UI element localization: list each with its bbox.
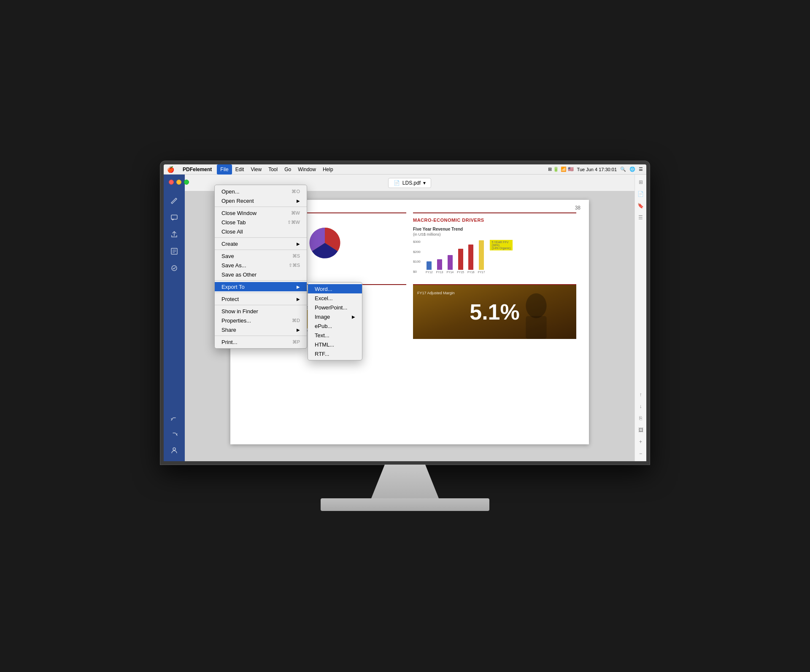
menu-save-as-label: Save As...	[221, 262, 246, 269]
close-button[interactable]	[169, 180, 174, 185]
right-image-icon[interactable]: 🖼	[637, 426, 645, 434]
menu-properties-shortcut: ⌘D	[292, 318, 300, 323]
menu-properties[interactable]: Properties... ⌘D	[215, 316, 307, 325]
menu-share-arrow: ▶	[297, 328, 300, 332]
sep-4	[215, 280, 307, 281]
menubar-menu-icon[interactable]: ☰	[639, 167, 643, 172]
maximize-button[interactable]	[184, 180, 189, 185]
ffv-legend: 5 YEAR FFV(38%)(14% Organic)	[490, 240, 512, 250]
menu-save[interactable]: Save ⌘S	[215, 251, 307, 261]
sidebar-undo-icon[interactable]	[167, 412, 182, 427]
submenu-rtf[interactable]: RTF...	[308, 349, 362, 358]
bar-fy15-value	[458, 249, 463, 270]
sidebar-comment-icon[interactable]	[167, 210, 182, 225]
submenu-html[interactable]: HTML...	[308, 340, 362, 349]
menu-protect-arrow: ▶	[297, 297, 300, 301]
menu-create[interactable]: Create ▶	[215, 239, 307, 248]
sep-7	[215, 336, 307, 336]
submenu-html-label: HTML...	[315, 341, 334, 348]
menubar-edit[interactable]: Edit	[232, 164, 248, 175]
submenu-word[interactable]: Word...	[308, 284, 362, 293]
sidebar-pencil-icon[interactable]	[167, 193, 182, 208]
menu-open-recent[interactable]: Open Recent ▶	[215, 196, 307, 205]
menu-close-window[interactable]: Close Window ⌘W	[215, 208, 307, 218]
bar-fy14-value	[448, 255, 453, 270]
menubar-tool[interactable]: Tool	[265, 164, 281, 175]
right-export-icon[interactable]: ↑	[637, 390, 645, 399]
menubar-globe-icon[interactable]: 🌐	[629, 167, 635, 172]
menubar-file[interactable]: File	[217, 164, 232, 175]
menu-close-tab-shortcut: ⇧⌘W	[287, 220, 300, 225]
document-tab[interactable]: 📄 LDS.pdf ▾	[388, 178, 431, 188]
menubar-go[interactable]: Go	[281, 164, 294, 175]
submenu-word-label: Word...	[315, 286, 332, 292]
sidebar-user-icon[interactable]	[167, 443, 182, 458]
y-axis-labels: $300 $200 $100 $0	[413, 240, 421, 274]
export-submenu[interactable]: Word... Excel... PowerPoint... Image	[308, 282, 362, 360]
apple-menu-icon[interactable]: 🍎	[167, 166, 174, 173]
right-panel: ⊞ 📄 🔖 ☰ ↑ ↓ ⎘ 🖼 + −	[634, 175, 646, 461]
submenu-text[interactable]: Text...	[308, 331, 362, 340]
monitor-screen: 🍎 PDFelement File Edit View Tool Go Wind…	[160, 161, 650, 465]
right-copy-icon[interactable]: ⎘	[637, 414, 645, 422]
menu-protect[interactable]: Protect ▶	[215, 294, 307, 304]
right-grid-icon[interactable]: ⊞	[637, 178, 645, 186]
minimize-button[interactable]	[176, 180, 181, 185]
bar-fy17: FY17	[478, 240, 485, 274]
menu-export-to[interactable]: Export To ▶ Word... Excel...	[215, 282, 307, 291]
right-minus-icon[interactable]: −	[637, 449, 645, 458]
menubar-time: Tue Jun 4 17:30:01	[577, 167, 617, 172]
macro-title: MACRO-ECONOMIC DRIVERS	[413, 218, 576, 223]
dropdown-chevron-icon[interactable]: ▾	[423, 180, 426, 186]
sidebar-forms-icon[interactable]	[167, 261, 182, 276]
menubar-view[interactable]: View	[247, 164, 265, 175]
bar-fy14: FY14	[446, 255, 454, 274]
menu-save-as[interactable]: Save As... ⇧⌘S	[215, 261, 307, 270]
bar-fy12: FY12	[426, 261, 433, 274]
menu-close-tab[interactable]: Close Tab ⇧⌘W	[215, 218, 307, 227]
menu-share-label: Share	[221, 327, 236, 333]
menu-open-recent-arrow: ▶	[297, 199, 300, 203]
chart-title: Five Year Revenue Trend	[413, 227, 576, 231]
menu-save-as-other[interactable]: Save as Other	[215, 270, 307, 279]
document-name: LDS.pdf	[402, 180, 421, 186]
menu-close-window-shortcut: ⌘W	[291, 210, 300, 216]
right-bookmark-icon[interactable]: 🔖	[637, 202, 645, 210]
right-doc-icon[interactable]: 📄	[637, 190, 645, 198]
revenue-chart: Five Year Revenue Trend (in US$ millions…	[413, 227, 576, 277]
submenu-powerpoint-label: PowerPoint...	[315, 304, 347, 311]
menubar-search-icon[interactable]: 🔍	[620, 167, 626, 172]
menubar-window[interactable]: Window	[294, 164, 319, 175]
app-name[interactable]: PDFelement	[179, 164, 215, 175]
menu-close-all[interactable]: Close All	[215, 227, 307, 236]
submenu-excel[interactable]: Excel...	[308, 293, 362, 303]
svg-point-6	[173, 448, 176, 450]
bar-fy13-value	[437, 259, 442, 270]
menu-open[interactable]: Open... ⌘O	[215, 187, 307, 196]
sep-3	[215, 250, 307, 250]
margin-section: FY17 Adjusted Margin 5.1%	[413, 284, 576, 339]
margin-label: FY17 Adjusted Margin	[417, 288, 455, 296]
menu-print[interactable]: Print... ⌘P	[215, 337, 307, 347]
submenu-powerpoint[interactable]: PowerPoint...	[308, 303, 362, 312]
menu-share[interactable]: Share ▶	[215, 325, 307, 334]
menu-create-label: Create	[221, 241, 238, 247]
submenu-epub[interactable]: ePub...	[308, 321, 362, 331]
right-lines-icon[interactable]: ☰	[637, 213, 645, 222]
menu-show-finder[interactable]: Show in Finder	[215, 306, 307, 316]
chart-subtitle: (in US$ millions)	[413, 232, 576, 237]
submenu-image[interactable]: Image ▶	[308, 312, 362, 321]
submenu-image-label: Image	[315, 314, 330, 320]
pie-chart	[306, 224, 344, 262]
right-import-icon[interactable]: ↓	[637, 402, 645, 411]
file-menu[interactable]: Open... ⌘O Open Recent ▶ Close Window ⌘W	[214, 185, 307, 349]
sidebar-pages-icon[interactable]	[167, 244, 182, 259]
sidebar-share-icon[interactable]	[167, 227, 182, 242]
menubar-help[interactable]: Help	[319, 164, 337, 175]
menu-print-shortcut: ⌘P	[292, 339, 300, 345]
right-add-icon[interactable]: +	[637, 438, 645, 446]
menu-open-shortcut: ⌘O	[292, 189, 300, 194]
sidebar-redo-icon[interactable]	[167, 427, 182, 443]
menu-create-arrow: ▶	[297, 242, 300, 246]
monitor-stand-base	[321, 498, 489, 511]
